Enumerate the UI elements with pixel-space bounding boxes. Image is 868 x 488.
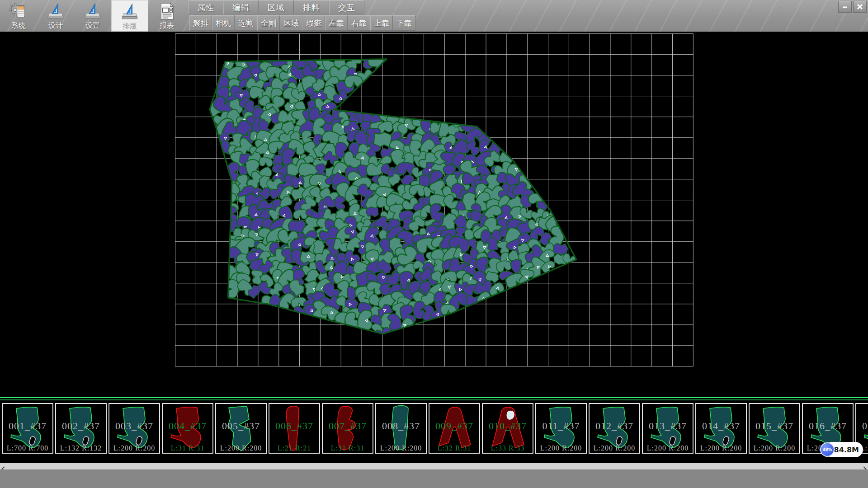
minimize-icon [842, 4, 848, 10]
part-thumbnail-9[interactable]: 009_#37L:32 R:31 [429, 403, 480, 454]
menu-button-menu_row1-2[interactable]: 编辑 [223, 0, 259, 14]
main-tab-label: 设置 [85, 21, 100, 31]
menu-button-menu_row1-1[interactable]: 属性 [188, 0, 223, 14]
part-id-label: 003_#37 [109, 420, 159, 432]
menu-button-menu_row2-9[interactable]: 上靠 [370, 15, 393, 31]
part-lr-label: L:21 R:21 [269, 444, 319, 452]
nesting-canvas[interactable] [0, 32, 868, 397]
main-tab-3[interactable]: 设置 [74, 0, 111, 32]
window-controls [838, 1, 867, 13]
part-id-label: 017_#37 [856, 420, 868, 432]
part-lr-label: L:132 R:132 [56, 444, 106, 452]
menu-button-menu_row2-7[interactable]: 左靠 [325, 15, 348, 31]
part-thumbnail-8[interactable]: 008_#37L:200 R:200 [375, 403, 427, 454]
menu-button-menu_row1-4[interactable]: 排料 [294, 0, 329, 14]
main-tab-bar: 系统设计设置排版报表 [0, 0, 185, 32]
strip-top-line [0, 397, 868, 398]
part-thumbnail-1[interactable]: 001_#37L:700 R:700 [2, 403, 53, 454]
menu-button-menu_row2-10[interactable]: 下靠 [393, 15, 415, 31]
part-lr-label: L:200 R:200 [536, 444, 586, 452]
part-id-label: 001_#37 [3, 420, 52, 432]
part-thumbnail-15[interactable]: 015_#37L:200 R:200 [749, 403, 800, 454]
part-id-label: 008_#37 [376, 420, 426, 432]
menu-button-menu_row2-8[interactable]: 右靠 [348, 15, 370, 31]
part-id-label: 006_#37 [269, 420, 319, 432]
main-tab-label: 报表 [160, 21, 174, 31]
nested-piece[interactable] [335, 196, 346, 211]
close-icon [857, 4, 863, 10]
part-id-label: 002_#37 [56, 420, 106, 432]
minimize-button[interactable] [838, 1, 852, 13]
part-lr-label: L:31 R:31 [163, 444, 212, 452]
part-lr-label: L:32 R:31 [429, 444, 479, 452]
part-lr-label: L:200 R:200 [216, 444, 266, 452]
ruler-icon [120, 2, 139, 21]
part-thumbnail-6[interactable]: 006_#37L:21 R:21 [269, 403, 320, 454]
menu-button-menu_row2-2[interactable]: 相机 [212, 15, 235, 31]
part-thumbnail-5[interactable]: 005_#37L:200 R:200 [215, 403, 267, 454]
part-id-label: 011_#37 [536, 420, 586, 432]
part-lr-label: L:31 R:31 [323, 444, 373, 452]
menu-row-secondary: 聚排相机选割全割区域瑕疵左靠右靠上靠下靠 [189, 15, 415, 31]
menu-button-menu_row2-3[interactable]: 选割 [235, 15, 257, 31]
gear-document-icon [9, 2, 28, 21]
close-button[interactable] [853, 1, 867, 13]
parts-strip-cells: 001_#37L:700 R:700002_#37L:132 R:132003_… [2, 403, 868, 454]
part-lr-label: L:200 R:200 [590, 444, 639, 452]
part-lr-label: L:200 R:200 [109, 444, 159, 452]
nested-piece[interactable] [409, 184, 426, 197]
nested-piece[interactable] [366, 206, 378, 217]
memory-percent-circle: 38% [820, 442, 835, 457]
menu-button-menu_row2-6[interactable]: 瑕疵 [302, 15, 325, 31]
part-id-label: 014_#37 [696, 420, 746, 432]
part-id-label: 015_#37 [750, 420, 799, 432]
menu-button-menu_row2-1[interactable]: 聚排 [189, 15, 212, 31]
part-thumbnail-2[interactable]: 002_#37L:132 R:132 [55, 403, 107, 454]
part-hole [507, 411, 514, 420]
menu-row-primary: 属性编辑区域排料交互 [188, 0, 364, 14]
part-thumbnail-10[interactable]: 010_#37L:33 R:33 [482, 403, 533, 454]
part-thumbnail-3[interactable]: 003_#37L:200 R:200 [108, 403, 160, 454]
part-thumbnail-14[interactable]: 014_#37L:200 R:200 [695, 403, 747, 454]
part-lr-label: L:200 R:200 [643, 444, 693, 452]
menu-button-menu_row2-4[interactable]: 全割 [257, 15, 280, 31]
main-tab-label: 系统 [11, 21, 26, 31]
part-id-label: 007_#37 [323, 420, 373, 432]
part-id-label: 016_#37 [803, 420, 853, 432]
ruler-icon [46, 2, 65, 21]
memory-usage-badge[interactable]: 384.8M 38% [820, 441, 863, 458]
parts-strip: 001_#37L:700 R:700002_#37L:132 R:132003_… [0, 400, 868, 463]
nesting-canvas-svg [0, 32, 868, 397]
part-id-label: 005_#37 [216, 420, 266, 432]
main-tab-label: 设计 [48, 21, 63, 31]
main-tab-label: 排版 [123, 22, 137, 31]
report-icon [157, 2, 176, 21]
part-id-label: 010_#37 [483, 420, 533, 432]
part-lr-label: L:700 R:700 [3, 444, 52, 452]
ruler-icon [83, 2, 102, 21]
status-footer [0, 469, 868, 488]
title-bar: 系统设计设置排版报表 属性编辑区域排料交互 聚排相机选割全割区域瑕疵左靠右靠上靠… [0, 0, 868, 32]
main-tab-5[interactable]: 报表 [148, 0, 185, 32]
part-id-label: 004_#37 [163, 420, 212, 432]
part-thumbnail-12[interactable]: 012_#37L:200 R:200 [589, 403, 640, 454]
part-thumbnail-13[interactable]: 013_#37L:200 R:200 [642, 403, 693, 454]
main-tab-2[interactable]: 设计 [37, 0, 74, 32]
part-lr-label: L:200 R:200 [696, 444, 746, 452]
part-lr-label: L:200 R:200 [376, 444, 426, 452]
part-thumbnail-4[interactable]: 004_#37L:31 R:31 [162, 403, 213, 454]
part-lr-label: L:200 R:200 [750, 444, 799, 452]
part-id-label: 009_#37 [429, 420, 479, 432]
horizontal-scrollbar[interactable] [0, 463, 868, 469]
part-id-label: 012_#37 [590, 420, 639, 432]
menu-button-menu_row1-5[interactable]: 交互 [329, 0, 364, 14]
menu-button-menu_row1-3[interactable]: 区域 [259, 0, 294, 14]
main-tab-1[interactable]: 系统 [0, 0, 37, 32]
part-id-label: 013_#37 [643, 420, 693, 432]
main-tab-4[interactable]: 排版 [111, 0, 148, 32]
menu-button-menu_row2-5[interactable]: 区域 [280, 15, 302, 31]
part-thumbnail-11[interactable]: 011_#37L:200 R:200 [535, 403, 587, 454]
part-thumbnail-7[interactable]: 007_#37L:31 R:31 [322, 403, 373, 454]
part-lr-label: L:33 R:33 [483, 444, 533, 452]
